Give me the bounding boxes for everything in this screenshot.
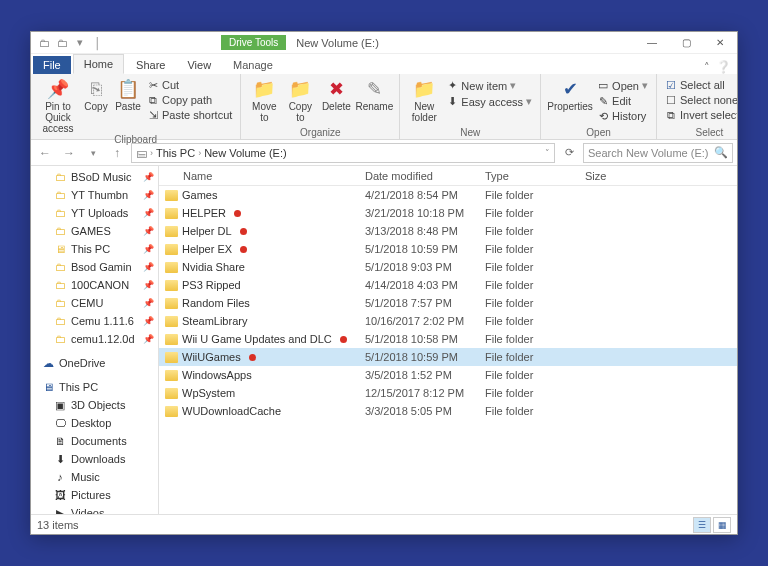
- close-button[interactable]: ✕: [703, 32, 737, 54]
- sidebar-item[interactable]: ⬇Downloads: [31, 450, 158, 468]
- file-name: Nvidia Share: [182, 261, 245, 273]
- copy-to-button[interactable]: 📁Copy to: [283, 76, 317, 123]
- address-bar[interactable]: 🖴 › This PC › New Volume (E:) ˅: [131, 143, 555, 163]
- file-row[interactable]: Random Files5/1/2018 7:57 PMFile folder: [159, 294, 737, 312]
- sidebar-item-label: Pictures: [71, 489, 111, 501]
- open-button[interactable]: ▭Open ▾: [595, 78, 650, 93]
- file-row[interactable]: SteamLibrary10/16/2017 2:02 PMFile folde…: [159, 312, 737, 330]
- column-size[interactable]: Size: [579, 170, 659, 182]
- search-input[interactable]: Search New Volume (E:) 🔍: [583, 143, 733, 163]
- sidebar-item[interactable]: 🗎Documents: [31, 432, 158, 450]
- ribbon-collapse-icon[interactable]: ˄: [704, 61, 710, 74]
- sidebar-item[interactable]: 🗀Bsod Gamin📌: [31, 258, 158, 276]
- sidebar-item[interactable]: 🗀cemu1.12.0d📌: [31, 330, 158, 348]
- rename-button[interactable]: ✎Rename: [355, 76, 393, 112]
- properties-button[interactable]: ✔Properties: [547, 76, 593, 112]
- tab-home[interactable]: Home: [73, 54, 124, 74]
- file-name: WUDownloadCache: [182, 405, 281, 417]
- select-none-button[interactable]: ☐Select none: [663, 93, 738, 107]
- back-button[interactable]: ←: [35, 143, 55, 163]
- delete-button[interactable]: ✖Delete: [319, 76, 353, 112]
- sidebar-item[interactable]: 🗀YT Uploads📌: [31, 204, 158, 222]
- sidebar-item[interactable]: ♪Music: [31, 468, 158, 486]
- sidebar-item[interactable]: 🗀100CANON📌: [31, 276, 158, 294]
- copy-path-button[interactable]: ⧉Copy path: [145, 93, 234, 107]
- sidebar-item[interactable]: 🖼Pictures: [31, 486, 158, 504]
- file-row[interactable]: WiiUGames5/1/2018 10:59 PMFile folder: [159, 348, 737, 366]
- sidebar-this-pc[interactable]: 🖥This PC: [31, 378, 158, 396]
- file-name: Random Files: [182, 297, 250, 309]
- file-row[interactable]: Wii U Game Updates and DLC5/1/2018 10:58…: [159, 330, 737, 348]
- tab-share[interactable]: Share: [126, 56, 175, 74]
- edit-button[interactable]: ✎Edit: [595, 94, 650, 108]
- refresh-button[interactable]: ⟳: [559, 143, 579, 163]
- select-all-button[interactable]: ☑Select all: [663, 78, 738, 92]
- breadcrumb-separator: ›: [150, 148, 153, 158]
- file-row[interactable]: HELPER3/21/2018 10:18 PMFile folder: [159, 204, 737, 222]
- address-dropdown-icon[interactable]: ˅: [545, 148, 550, 158]
- sidebar-onedrive[interactable]: ☁OneDrive: [31, 354, 158, 372]
- tab-manage[interactable]: Manage: [223, 56, 283, 74]
- file-date: 12/15/2017 8:12 PM: [359, 387, 479, 399]
- column-headers[interactable]: Name Date modified Type Size: [159, 166, 737, 186]
- file-list[interactable]: Games4/21/2018 8:54 PMFile folderHELPER3…: [159, 186, 737, 514]
- file-row[interactable]: WUDownloadCache3/3/2018 5:05 PMFile fold…: [159, 402, 737, 420]
- column-name[interactable]: Name: [159, 170, 359, 182]
- file-name: SteamLibrary: [182, 315, 247, 327]
- sidebar-item[interactable]: 🗀CEMU📌: [31, 294, 158, 312]
- minimize-button[interactable]: —: [635, 32, 669, 54]
- maximize-button[interactable]: ▢: [669, 32, 703, 54]
- up-button[interactable]: ↑: [107, 143, 127, 163]
- qat-dropdown-icon[interactable]: ▾: [73, 36, 87, 50]
- qat-item[interactable]: 🗀: [55, 36, 69, 50]
- move-to-button[interactable]: 📁Move to: [247, 76, 281, 123]
- sidebar-item[interactable]: 🖥This PC📌: [31, 240, 158, 258]
- sidebar-item[interactable]: 🗀GAMES📌: [31, 222, 158, 240]
- cut-button[interactable]: ✂Cut: [145, 78, 234, 92]
- thumbnails-view-button[interactable]: ▦: [713, 517, 731, 533]
- file-row[interactable]: Helper DL3/13/2018 8:48 PMFile folder: [159, 222, 737, 240]
- select-all-label: Select all: [680, 79, 725, 91]
- column-type[interactable]: Type: [479, 170, 579, 182]
- details-view-button[interactable]: ☰: [693, 517, 711, 533]
- sidebar-item[interactable]: 🗀BSoD Music📌: [31, 168, 158, 186]
- group-new-label: New: [406, 127, 534, 139]
- breadcrumb-segment[interactable]: This PC: [156, 147, 195, 159]
- file-row[interactable]: PS3 Ripped4/14/2018 4:03 PMFile folder: [159, 276, 737, 294]
- properties-icon: ✔: [559, 78, 581, 100]
- pin-to-quick-access-button[interactable]: 📌 Pin to Quick access: [37, 76, 79, 134]
- column-date[interactable]: Date modified: [359, 170, 479, 182]
- sidebar-item[interactable]: ▶Videos: [31, 504, 158, 514]
- paste-button[interactable]: 📋 Paste: [113, 76, 143, 112]
- new-folder-button[interactable]: 📁New folder: [406, 76, 442, 123]
- group-clipboard: 📌 Pin to Quick access ⎘ Copy 📋 Paste ✂Cu…: [31, 74, 241, 139]
- easy-access-icon: ⬇: [446, 96, 458, 108]
- edit-label: Edit: [612, 95, 631, 107]
- file-row[interactable]: WindowsApps3/5/2018 1:52 PMFile folder: [159, 366, 737, 384]
- file-row[interactable]: Games4/21/2018 8:54 PMFile folder: [159, 186, 737, 204]
- copy-button[interactable]: ⎘ Copy: [81, 76, 111, 112]
- file-row[interactable]: WpSystem12/15/2017 8:12 PMFile folder: [159, 384, 737, 402]
- new-item-button[interactable]: ✦New item ▾: [444, 78, 534, 93]
- invert-selection-button[interactable]: ⧉Invert selection: [663, 108, 738, 122]
- navigation-pane[interactable]: 🗀BSoD Music📌🗀YT Thumbn📌🗀YT Uploads📌🗀GAME…: [31, 166, 159, 514]
- sidebar-item[interactable]: 🖵Desktop: [31, 414, 158, 432]
- file-row[interactable]: Helper EX5/1/2018 10:59 PMFile folder: [159, 240, 737, 258]
- breadcrumb-segment[interactable]: New Volume (E:): [204, 147, 287, 159]
- sidebar-item[interactable]: 🗀Cemu 1.11.6📌: [31, 312, 158, 330]
- help-icon[interactable]: ❔: [716, 60, 731, 74]
- paste-shortcut-button[interactable]: ⇲Paste shortcut: [145, 108, 234, 122]
- tab-file[interactable]: File: [33, 56, 71, 74]
- recent-dropdown[interactable]: ▾: [83, 143, 103, 163]
- tab-view[interactable]: View: [177, 56, 221, 74]
- forward-button[interactable]: →: [59, 143, 79, 163]
- file-row[interactable]: Nvidia Share5/1/2018 9:03 PMFile folder: [159, 258, 737, 276]
- sidebar-item[interactable]: 🗀YT Thumbn📌: [31, 186, 158, 204]
- easy-access-button[interactable]: ⬇Easy access ▾: [444, 94, 534, 109]
- sidebar-item-label: BSoD Music: [71, 171, 132, 183]
- 3d-icon: ▣: [53, 398, 67, 412]
- docs-icon: 🗎: [53, 434, 67, 448]
- invert-selection-icon: ⧉: [665, 109, 677, 121]
- history-button[interactable]: ⟲History: [595, 109, 650, 123]
- sidebar-item[interactable]: ▣3D Objects: [31, 396, 158, 414]
